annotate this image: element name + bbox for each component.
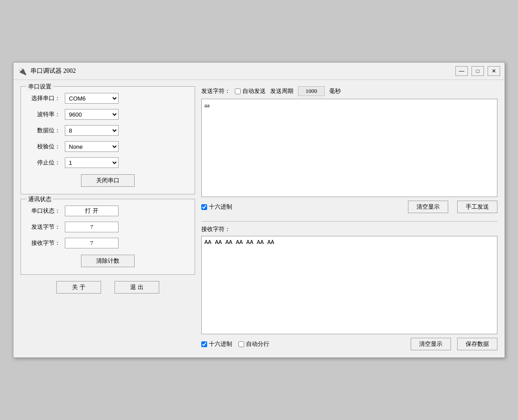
send-bytes-row: 发送字节： 7 <box>28 222 187 232</box>
save-data-button[interactable]: 保存数据 <box>457 338 497 350</box>
send-hex-label[interactable]: 十六进制 <box>201 203 232 211</box>
recv-bytes-display: 7 <box>65 238 119 248</box>
baud-label: 波特率： <box>28 110 60 118</box>
send-header: 发送字符： 自动发送 发送周期 毫秒 <box>201 86 497 96</box>
app-icon: 🔌 <box>18 67 27 76</box>
send-bytes-value: 7 <box>90 223 93 231</box>
data-bits-row: 数据位： 5 6 7 8 <box>28 125 187 136</box>
recv-label: 接收字符： <box>201 226 230 232</box>
window-title: 串口调试器 2002 <box>30 67 455 75</box>
send-hex-checkbox[interactable] <box>201 204 207 210</box>
auto-send-label[interactable]: 自动发送 <box>235 87 266 95</box>
main-window: 🔌 串口调试器 2002 — □ ✕ 串口设置 选择串口： COM1 COM2 <box>13 62 505 358</box>
port-label: 选择串口： <box>28 94 60 102</box>
period-label: 发送周期 <box>270 87 293 95</box>
port-status-row: 串口状态： 打 开 <box>28 206 187 216</box>
port-status-label: 串口状态： <box>28 207 60 215</box>
send-bytes-display: 7 <box>65 222 119 232</box>
recv-hex-checkbox[interactable] <box>201 341 207 347</box>
top-row: 串口设置 选择串口： COM1 COM2 COM3 COM4 COM5 COM6… <box>21 86 497 350</box>
close-button[interactable]: ✕ <box>488 66 500 76</box>
auto-send-text: 自动发送 <box>242 87 266 95</box>
window-body: 串口设置 选择串口： COM1 COM2 COM3 COM4 COM5 COM6… <box>13 80 505 357</box>
stop-bits-select[interactable]: 1 1.5 2 <box>65 157 119 168</box>
recv-header: 接收字符： <box>201 225 497 233</box>
minimize-button[interactable]: — <box>455 66 468 76</box>
parity-select[interactable]: None Odd Even Mark Space <box>65 141 119 152</box>
right-panel: 发送字符： 自动发送 发送周期 毫秒 aa 十六进制 <box>201 86 497 350</box>
clear-count-button[interactable]: 清除计数 <box>81 255 135 267</box>
parity-row: 校验位： None Odd Even Mark Space <box>28 141 187 152</box>
data-bits-select[interactable]: 5 6 7 8 <box>65 125 119 136</box>
about-button[interactable]: 关 于 <box>56 281 101 294</box>
serial-settings-group: 串口设置 选择串口： COM1 COM2 COM3 COM4 COM5 COM6… <box>21 86 195 194</box>
recv-clear-button[interactable]: 清空显示 <box>411 338 451 350</box>
recv-bytes-row: 接收字节： 7 <box>28 238 187 248</box>
send-clear-button[interactable]: 清空显示 <box>408 201 448 213</box>
window-controls: — □ ✕ <box>455 66 500 76</box>
recv-bytes-label: 接收字节： <box>28 239 60 247</box>
stop-bits-row: 停止位： 1 1.5 2 <box>28 157 187 168</box>
comm-status-group: 通讯状态 串口状态： 打 开 发送字节： 7 接收字 <box>21 199 195 275</box>
auto-newline-checkbox[interactable] <box>238 341 244 347</box>
port-select[interactable]: COM1 COM2 COM3 COM4 COM5 COM6 COM7 COM8 <box>65 93 119 104</box>
baud-row: 波特率： 1200 2400 4800 9600 19200 38400 576… <box>28 109 187 120</box>
send-label: 发送字符： <box>201 87 230 95</box>
serial-settings-title: 串口设置 <box>26 83 53 91</box>
divider <box>201 221 497 222</box>
send-bytes-label: 发送字节： <box>28 223 60 231</box>
auto-send-checkbox[interactable] <box>235 88 241 94</box>
recv-footer: 十六进制 自动分行 清空显示 保存数据 <box>201 338 497 350</box>
recv-hex-label[interactable]: 十六进制 <box>201 340 232 348</box>
left-panel: 串口设置 选择串口： COM1 COM2 COM3 COM4 COM5 COM6… <box>21 86 195 350</box>
auto-newline-label[interactable]: 自动分行 <box>238 340 269 348</box>
recv-bytes-value: 7 <box>90 239 93 247</box>
recv-textarea[interactable]: AA AA AA AA AA AA AA <box>201 236 497 334</box>
parity-label: 校验位： <box>28 143 60 151</box>
recv-hex-text: 十六进制 <box>209 340 232 348</box>
stop-bits-label: 停止位： <box>28 159 60 167</box>
port-row: 选择串口： COM1 COM2 COM3 COM4 COM5 COM6 COM7… <box>28 93 187 104</box>
ms-label: 毫秒 <box>329 87 341 95</box>
title-bar: 🔌 串口调试器 2002 — □ ✕ <box>13 63 505 80</box>
auto-newline-text: 自动分行 <box>246 340 269 348</box>
send-textarea[interactable]: aa <box>201 99 497 197</box>
send-footer: 十六进制 清空显示 手工发送 <box>201 201 497 213</box>
exit-button[interactable]: 退 出 <box>115 281 159 294</box>
send-hex-text: 十六进制 <box>209 203 232 211</box>
close-serial-button[interactable]: 关闭串口 <box>81 174 135 187</box>
manual-send-button[interactable]: 手工发送 <box>457 201 497 213</box>
port-status-display: 打 开 <box>65 206 119 216</box>
data-bits-label: 数据位： <box>28 126 60 134</box>
maximize-button[interactable]: □ <box>471 66 484 76</box>
port-status-value: 打 开 <box>85 207 98 215</box>
baud-select[interactable]: 1200 2400 4800 9600 19200 38400 57600 11… <box>65 109 119 120</box>
bottom-buttons: 关 于 退 出 <box>21 279 195 294</box>
period-input[interactable] <box>298 86 325 96</box>
comm-status-title: 通讯状态 <box>26 195 53 203</box>
